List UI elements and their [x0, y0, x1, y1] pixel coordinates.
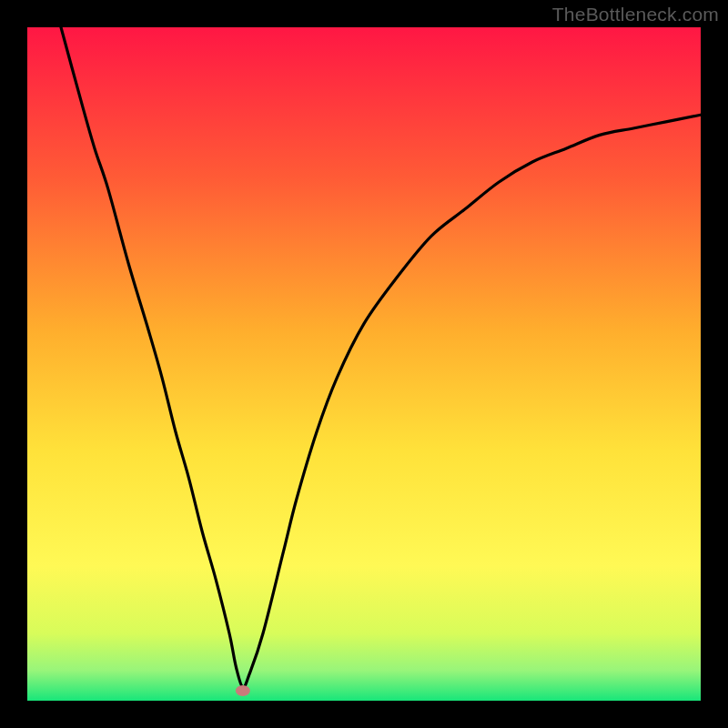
bottleneck-chart — [27, 27, 701, 701]
minimum-marker — [236, 685, 250, 696]
plot-background — [27, 27, 701, 701]
watermark-text: TheBottleneck.com — [552, 4, 719, 25]
chart-frame: TheBottleneck.com — [0, 0, 728, 728]
